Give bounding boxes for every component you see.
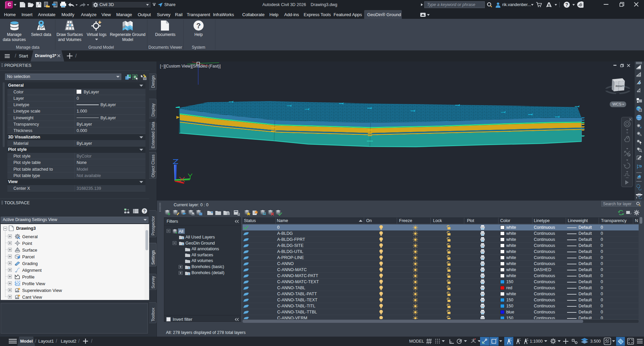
svg-text:RIGHT: RIGHT [616, 85, 624, 88]
svg-text:?: ? [565, 2, 568, 7]
svg-text:C: C [8, 2, 11, 7]
svg-text:?: ? [143, 209, 145, 214]
svg-text:A: A [640, 133, 642, 137]
svg-text:#: # [640, 126, 642, 129]
svg-text:?: ? [196, 21, 201, 30]
